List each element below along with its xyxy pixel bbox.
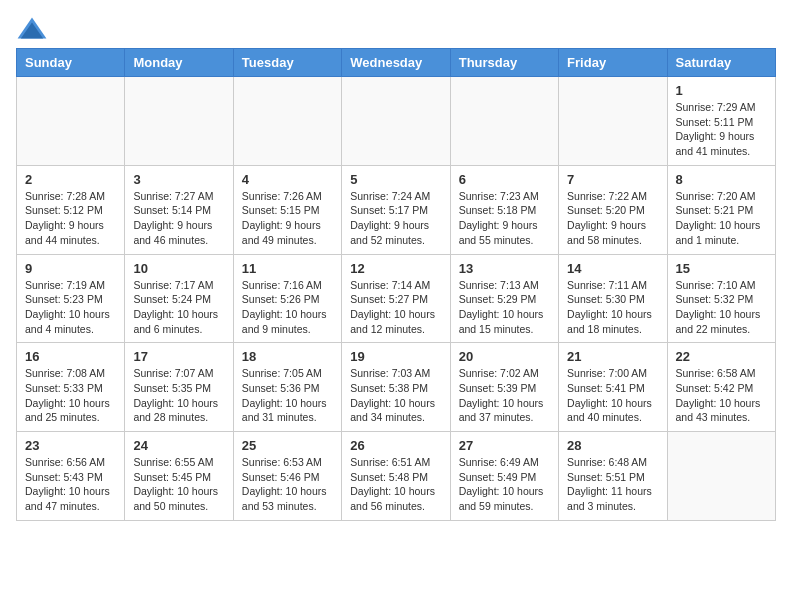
day-number: 24	[133, 438, 224, 453]
day-info: Sunrise: 6:58 AM Sunset: 5:42 PM Dayligh…	[676, 366, 767, 425]
day-cell: 1Sunrise: 7:29 AM Sunset: 5:11 PM Daylig…	[667, 77, 775, 166]
day-cell: 18Sunrise: 7:05 AM Sunset: 5:36 PM Dayli…	[233, 343, 341, 432]
day-cell	[559, 77, 667, 166]
day-info: Sunrise: 6:53 AM Sunset: 5:46 PM Dayligh…	[242, 455, 333, 514]
day-number: 9	[25, 261, 116, 276]
calendar-table: SundayMondayTuesdayWednesdayThursdayFrid…	[16, 48, 776, 521]
day-number: 12	[350, 261, 441, 276]
day-info: Sunrise: 7:24 AM Sunset: 5:17 PM Dayligh…	[350, 189, 441, 248]
day-cell: 16Sunrise: 7:08 AM Sunset: 5:33 PM Dayli…	[17, 343, 125, 432]
day-info: Sunrise: 6:48 AM Sunset: 5:51 PM Dayligh…	[567, 455, 658, 514]
week-row-5: 23Sunrise: 6:56 AM Sunset: 5:43 PM Dayli…	[17, 432, 776, 521]
day-info: Sunrise: 7:27 AM Sunset: 5:14 PM Dayligh…	[133, 189, 224, 248]
day-cell: 13Sunrise: 7:13 AM Sunset: 5:29 PM Dayli…	[450, 254, 558, 343]
day-cell	[667, 432, 775, 521]
day-number: 15	[676, 261, 767, 276]
day-info: Sunrise: 6:51 AM Sunset: 5:48 PM Dayligh…	[350, 455, 441, 514]
day-cell: 21Sunrise: 7:00 AM Sunset: 5:41 PM Dayli…	[559, 343, 667, 432]
day-cell: 11Sunrise: 7:16 AM Sunset: 5:26 PM Dayli…	[233, 254, 341, 343]
week-row-4: 16Sunrise: 7:08 AM Sunset: 5:33 PM Dayli…	[17, 343, 776, 432]
day-number: 14	[567, 261, 658, 276]
day-cell	[233, 77, 341, 166]
day-number: 8	[676, 172, 767, 187]
day-cell	[125, 77, 233, 166]
day-number: 28	[567, 438, 658, 453]
day-cell	[450, 77, 558, 166]
page-header	[16, 16, 776, 40]
day-cell: 2Sunrise: 7:28 AM Sunset: 5:12 PM Daylig…	[17, 165, 125, 254]
day-cell: 5Sunrise: 7:24 AM Sunset: 5:17 PM Daylig…	[342, 165, 450, 254]
day-info: Sunrise: 7:08 AM Sunset: 5:33 PM Dayligh…	[25, 366, 116, 425]
logo	[16, 16, 52, 40]
day-cell: 25Sunrise: 6:53 AM Sunset: 5:46 PM Dayli…	[233, 432, 341, 521]
day-cell: 8Sunrise: 7:20 AM Sunset: 5:21 PM Daylig…	[667, 165, 775, 254]
day-cell: 20Sunrise: 7:02 AM Sunset: 5:39 PM Dayli…	[450, 343, 558, 432]
day-cell: 9Sunrise: 7:19 AM Sunset: 5:23 PM Daylig…	[17, 254, 125, 343]
day-info: Sunrise: 7:16 AM Sunset: 5:26 PM Dayligh…	[242, 278, 333, 337]
weekday-header-thursday: Thursday	[450, 49, 558, 77]
day-cell: 19Sunrise: 7:03 AM Sunset: 5:38 PM Dayli…	[342, 343, 450, 432]
day-cell: 26Sunrise: 6:51 AM Sunset: 5:48 PM Dayli…	[342, 432, 450, 521]
day-info: Sunrise: 6:55 AM Sunset: 5:45 PM Dayligh…	[133, 455, 224, 514]
day-number: 27	[459, 438, 550, 453]
day-info: Sunrise: 7:07 AM Sunset: 5:35 PM Dayligh…	[133, 366, 224, 425]
day-info: Sunrise: 7:11 AM Sunset: 5:30 PM Dayligh…	[567, 278, 658, 337]
day-number: 20	[459, 349, 550, 364]
day-number: 22	[676, 349, 767, 364]
day-number: 25	[242, 438, 333, 453]
weekday-header-sunday: Sunday	[17, 49, 125, 77]
day-info: Sunrise: 7:22 AM Sunset: 5:20 PM Dayligh…	[567, 189, 658, 248]
day-number: 23	[25, 438, 116, 453]
day-info: Sunrise: 7:17 AM Sunset: 5:24 PM Dayligh…	[133, 278, 224, 337]
day-number: 11	[242, 261, 333, 276]
day-cell: 4Sunrise: 7:26 AM Sunset: 5:15 PM Daylig…	[233, 165, 341, 254]
weekday-header-saturday: Saturday	[667, 49, 775, 77]
day-cell	[342, 77, 450, 166]
day-cell: 27Sunrise: 6:49 AM Sunset: 5:49 PM Dayli…	[450, 432, 558, 521]
day-info: Sunrise: 7:19 AM Sunset: 5:23 PM Dayligh…	[25, 278, 116, 337]
day-number: 5	[350, 172, 441, 187]
day-cell: 7Sunrise: 7:22 AM Sunset: 5:20 PM Daylig…	[559, 165, 667, 254]
day-info: Sunrise: 6:49 AM Sunset: 5:49 PM Dayligh…	[459, 455, 550, 514]
day-info: Sunrise: 6:56 AM Sunset: 5:43 PM Dayligh…	[25, 455, 116, 514]
day-info: Sunrise: 7:05 AM Sunset: 5:36 PM Dayligh…	[242, 366, 333, 425]
week-row-1: 1Sunrise: 7:29 AM Sunset: 5:11 PM Daylig…	[17, 77, 776, 166]
day-cell: 6Sunrise: 7:23 AM Sunset: 5:18 PM Daylig…	[450, 165, 558, 254]
day-cell	[17, 77, 125, 166]
day-info: Sunrise: 7:23 AM Sunset: 5:18 PM Dayligh…	[459, 189, 550, 248]
day-cell: 10Sunrise: 7:17 AM Sunset: 5:24 PM Dayli…	[125, 254, 233, 343]
day-info: Sunrise: 7:10 AM Sunset: 5:32 PM Dayligh…	[676, 278, 767, 337]
day-number: 21	[567, 349, 658, 364]
day-number: 19	[350, 349, 441, 364]
day-info: Sunrise: 7:00 AM Sunset: 5:41 PM Dayligh…	[567, 366, 658, 425]
day-cell: 24Sunrise: 6:55 AM Sunset: 5:45 PM Dayli…	[125, 432, 233, 521]
logo-icon	[16, 16, 48, 40]
day-number: 13	[459, 261, 550, 276]
day-info: Sunrise: 7:13 AM Sunset: 5:29 PM Dayligh…	[459, 278, 550, 337]
week-row-3: 9Sunrise: 7:19 AM Sunset: 5:23 PM Daylig…	[17, 254, 776, 343]
day-cell: 17Sunrise: 7:07 AM Sunset: 5:35 PM Dayli…	[125, 343, 233, 432]
day-number: 4	[242, 172, 333, 187]
day-number: 17	[133, 349, 224, 364]
week-row-2: 2Sunrise: 7:28 AM Sunset: 5:12 PM Daylig…	[17, 165, 776, 254]
weekday-header-row: SundayMondayTuesdayWednesdayThursdayFrid…	[17, 49, 776, 77]
day-cell: 3Sunrise: 7:27 AM Sunset: 5:14 PM Daylig…	[125, 165, 233, 254]
day-cell: 12Sunrise: 7:14 AM Sunset: 5:27 PM Dayli…	[342, 254, 450, 343]
day-info: Sunrise: 7:20 AM Sunset: 5:21 PM Dayligh…	[676, 189, 767, 248]
day-number: 2	[25, 172, 116, 187]
day-info: Sunrise: 7:29 AM Sunset: 5:11 PM Dayligh…	[676, 100, 767, 159]
day-number: 7	[567, 172, 658, 187]
day-cell: 23Sunrise: 6:56 AM Sunset: 5:43 PM Dayli…	[17, 432, 125, 521]
day-number: 1	[676, 83, 767, 98]
day-number: 26	[350, 438, 441, 453]
day-info: Sunrise: 7:03 AM Sunset: 5:38 PM Dayligh…	[350, 366, 441, 425]
day-number: 10	[133, 261, 224, 276]
weekday-header-tuesday: Tuesday	[233, 49, 341, 77]
day-number: 3	[133, 172, 224, 187]
weekday-header-wednesday: Wednesday	[342, 49, 450, 77]
day-info: Sunrise: 7:26 AM Sunset: 5:15 PM Dayligh…	[242, 189, 333, 248]
day-cell: 22Sunrise: 6:58 AM Sunset: 5:42 PM Dayli…	[667, 343, 775, 432]
day-number: 6	[459, 172, 550, 187]
weekday-header-friday: Friday	[559, 49, 667, 77]
weekday-header-monday: Monday	[125, 49, 233, 77]
